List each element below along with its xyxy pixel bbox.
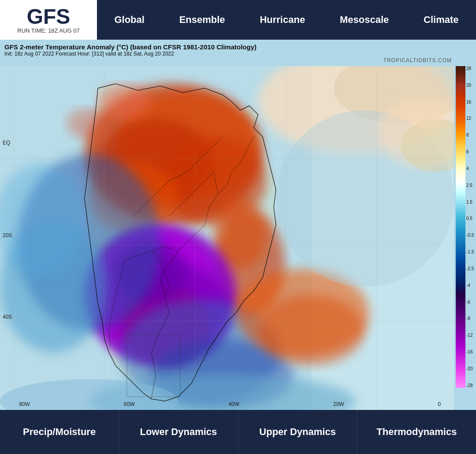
colorbar-val-neg16: -16 (466, 350, 474, 354)
colorbar-val-neg2p5: -2.5 (466, 266, 474, 271)
colorbar-val-1p5: 1.5 (466, 200, 474, 205)
map-subtitle: Init: 18z Aug 07 2022 Forecast Hour: [31… (4, 51, 257, 57)
colorbar-val-neg12: -12 (466, 333, 474, 338)
lon-60w: 60W (124, 401, 135, 407)
top-header: GFS RUN TIME: 18Z AUG 07 GlobalEnsembleH… (0, 0, 476, 40)
colorbar-val-0p5: 0.5 (466, 216, 474, 221)
nav-item-hurricane[interactable]: Hurricane (253, 11, 312, 29)
colorbar-val-20: 20 (466, 83, 474, 88)
colorbar-val-6: 6 (466, 149, 474, 154)
colorbar: 28 20 16 12 8 6 4 2.5 1.5 0.5 -0.5 -1.5 … (456, 66, 472, 388)
bottom-nav-thermodynamics[interactable]: Thermodynamics (357, 410, 476, 454)
map-title: GFS 2-meter Temperature Anomaly (°C) (ba… (4, 43, 257, 51)
lat-eq: EQ (3, 140, 10, 146)
weather-map-svg (0, 66, 454, 410)
bottom-nav-lower-dynamics[interactable]: Lower Dynamics (119, 410, 238, 454)
runtime-label: RUN TIME: 18Z AUG 07 (17, 27, 79, 34)
colorbar-val-neg8: -8 (466, 316, 474, 321)
lon-0: 0 (438, 401, 441, 407)
bottom-nav-precip-moisture[interactable]: Precip/Moisture (0, 410, 119, 454)
colorbar-val-neg6: -6 (466, 300, 474, 305)
lon-20w: 20W (333, 401, 344, 407)
lat-20s: 20S (3, 232, 12, 238)
lon-80w: 80W (19, 401, 30, 407)
colorbar-val-8: 8 (466, 133, 474, 138)
colorbar-val-12: 12 (466, 116, 474, 121)
colorbar-val-neg1p5: -1.5 (466, 249, 474, 254)
colorbar-gradient (456, 66, 465, 388)
logo-section: GFS RUN TIME: 18Z AUG 07 (0, 0, 97, 40)
colorbar-val-neg4: -4 (466, 283, 474, 288)
lon-40w: 40W (228, 401, 239, 407)
bottom-nav: Precip/Moisture Lower Dynamics Upper Dyn… (0, 410, 476, 454)
colorbar-val-4: 4 (466, 166, 474, 171)
colorbar-val-16: 16 (466, 100, 474, 104)
map-attribution: TROPICALTIDBITS.COM (383, 57, 452, 63)
nav-item-climate[interactable]: Climate (416, 11, 465, 29)
colorbar-val-neg20: -20 (466, 366, 474, 371)
nav-item-global[interactable]: Global (107, 11, 151, 29)
colorbar-val-2p5: 2.5 (466, 183, 474, 188)
svg-point-30 (67, 108, 111, 139)
lat-40s: 40S (3, 314, 12, 320)
map-info: GFS 2-meter Temperature Anomaly (°C) (ba… (4, 43, 257, 57)
map-area: GFS 2-meter Temperature Anomaly (°C) (ba… (0, 40, 476, 410)
bottom-nav-upper-dynamics[interactable]: Upper Dynamics (238, 410, 357, 454)
nav-menu: GlobalEnsembleHurricaneMesoscaleClimate (97, 0, 476, 40)
logo-gfs: GFS (27, 6, 71, 27)
colorbar-val-28: 28 (466, 66, 474, 71)
colorbar-val-neg28: -28 (466, 383, 474, 388)
svg-point-21 (258, 295, 365, 366)
nav-item-mesoscale[interactable]: Mesoscale (333, 11, 396, 29)
colorbar-val-neg0p5: -0.5 (466, 233, 474, 238)
nav-item-ensemble[interactable]: Ensemble (172, 11, 232, 29)
